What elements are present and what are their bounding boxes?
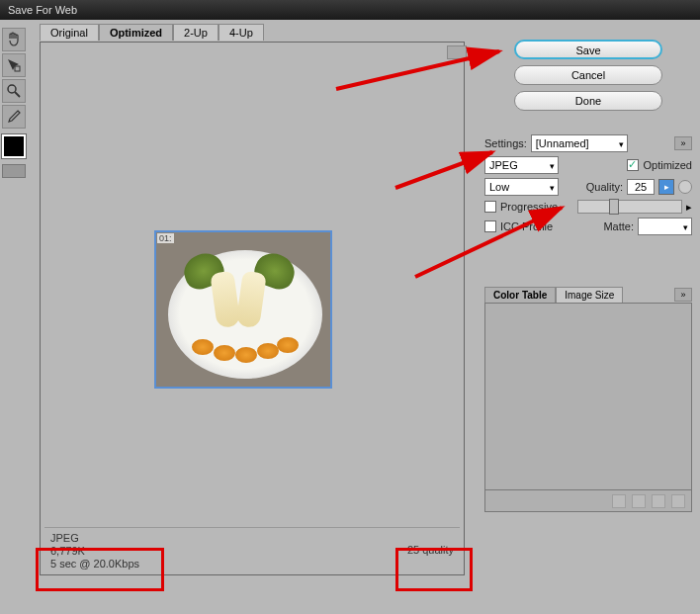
svg-rect-0 xyxy=(15,66,20,71)
window-title: Save For Web xyxy=(8,4,77,16)
quality-label: Quality: xyxy=(586,181,623,193)
tab-4up[interactable]: 4-Up xyxy=(219,24,264,41)
optimized-label: Optimized xyxy=(643,159,692,171)
eyedropper-color-swatch[interactable] xyxy=(2,134,26,158)
status-size: 6,779K xyxy=(50,545,139,558)
matte-label: Matte: xyxy=(603,220,634,232)
right-panel: Save Cancel Done Settings: [Unnamed] » J… xyxy=(484,40,692,239)
tab-image-size[interactable]: Image Size xyxy=(556,287,623,303)
trash-icon[interactable] xyxy=(671,494,685,508)
optimize-menu-icon[interactable] xyxy=(678,180,692,194)
icc-label: ICC Profile xyxy=(500,220,553,232)
icc-checkbox[interactable] xyxy=(484,220,496,232)
progressive-label: Progressive xyxy=(500,201,558,213)
slice-select-tool[interactable] xyxy=(2,53,26,77)
zoom-tool[interactable] xyxy=(2,79,26,103)
quality-flyout-icon[interactable]: ▸ xyxy=(658,179,674,195)
quality-preset-dropdown[interactable]: Low xyxy=(484,178,559,196)
progressive-checkbox[interactable] xyxy=(484,201,496,213)
snap-web-icon[interactable] xyxy=(612,494,626,508)
tab-2up[interactable]: 2-Up xyxy=(173,24,219,41)
tab-optimized[interactable]: Optimized xyxy=(99,24,173,41)
left-toolbar xyxy=(2,28,30,178)
matte-dropdown[interactable] xyxy=(638,218,692,235)
tab-color-table[interactable]: Color Table xyxy=(484,287,556,303)
status-quality: 25 quality xyxy=(407,544,454,557)
preview-canvas[interactable]: 01: JPEG 6,779K 5 sec @ 20.0Kbps 25 qual… xyxy=(40,42,465,575)
subpanel-flyout-icon[interactable]: » xyxy=(674,288,692,302)
format-dropdown[interactable]: JPEG xyxy=(484,156,559,174)
eyedropper-tool[interactable] xyxy=(2,105,26,129)
quality-input[interactable]: 25 xyxy=(627,179,655,195)
settings-label: Settings: xyxy=(484,137,527,149)
settings-preset-dropdown[interactable]: [Unnamed] xyxy=(531,134,628,152)
slice-label: 01: xyxy=(157,233,174,243)
slice-visibility-toggle[interactable] xyxy=(2,164,26,178)
tab-original[interactable]: Original xyxy=(40,24,99,41)
cancel-button[interactable]: Cancel xyxy=(514,65,662,85)
status-format: JPEG xyxy=(50,532,139,545)
svg-line-2 xyxy=(15,92,20,97)
save-button[interactable]: Save xyxy=(514,40,662,59)
color-table-body xyxy=(484,303,692,490)
slider-arrow-icon[interactable]: ▸ xyxy=(686,201,692,214)
optimized-checkbox[interactable] xyxy=(627,159,639,171)
status-time: 5 sec @ 20.0Kbps xyxy=(50,558,139,570)
done-button[interactable]: Done xyxy=(514,91,662,111)
sub-panel: Color Table Image Size » xyxy=(484,287,692,512)
window-titlebar: Save For Web xyxy=(0,0,700,20)
new-color-icon[interactable] xyxy=(652,494,665,508)
color-table-footer xyxy=(484,490,692,512)
svg-point-1 xyxy=(8,85,16,93)
preview-tabs: Original Optimized 2-Up 4-Up xyxy=(40,24,264,41)
settings-flyout-icon[interactable]: » xyxy=(674,136,692,150)
lock-color-icon[interactable] xyxy=(632,494,646,508)
hand-tool[interactable] xyxy=(2,28,26,51)
blur-slider[interactable] xyxy=(577,200,682,214)
status-bar: JPEG 6,779K 5 sec @ 20.0Kbps 25 quality xyxy=(44,527,460,570)
preview-flyout-icon[interactable] xyxy=(447,45,467,59)
preview-image: 01: xyxy=(154,230,332,389)
